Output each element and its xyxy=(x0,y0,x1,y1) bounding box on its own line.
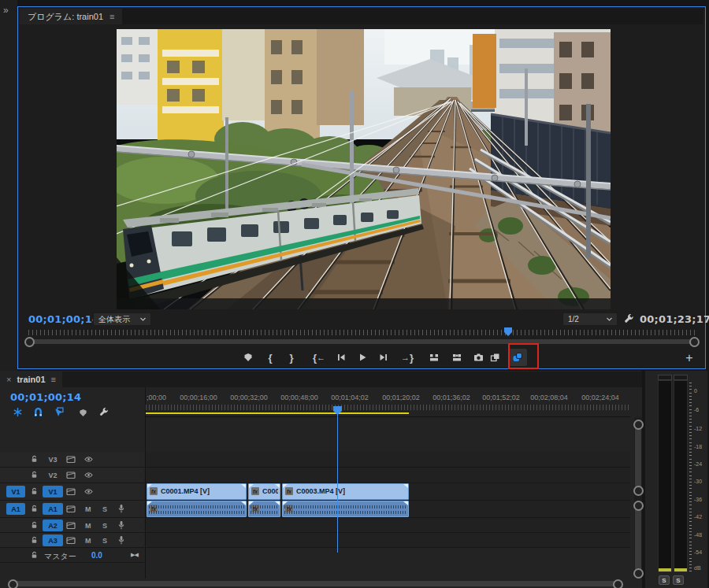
program-current-timecode[interactable]: 00;01;00;14 xyxy=(28,313,99,325)
clip-corner xyxy=(241,484,246,488)
track-target-a1[interactable]: A1 xyxy=(43,503,63,515)
panel-menu-icon[interactable]: ≡ xyxy=(110,12,114,21)
work-area-bar[interactable] xyxy=(146,412,409,414)
track-target-v1[interactable]: V1 xyxy=(43,486,63,497)
sync-lock-icon[interactable] xyxy=(66,505,76,513)
timeline-settings-button[interactable] xyxy=(96,405,110,418)
lock-icon[interactable] xyxy=(30,487,39,496)
track-lane-a2[interactable] xyxy=(146,518,630,533)
track-target-v2[interactable]: V2 xyxy=(43,469,63,481)
solo-button-a2[interactable]: S xyxy=(102,522,107,530)
goto-in-button[interactable]: {← xyxy=(310,349,329,366)
timeline-playhead-line[interactable] xyxy=(337,413,338,553)
sync-lock-icon[interactable] xyxy=(66,536,76,545)
playback-resolution-dropdown[interactable]: 1/2 xyxy=(562,312,618,326)
mute-button-a2[interactable]: M xyxy=(85,522,91,530)
meter-solo-left-button[interactable]: S xyxy=(659,575,670,585)
clip-c0002-video[interactable]: fx C000 xyxy=(248,483,280,500)
mic-icon[interactable] xyxy=(117,520,126,531)
sync-lock-icon[interactable] xyxy=(66,521,76,530)
collapse-tracks-icon[interactable]: ▶◀ xyxy=(131,552,138,558)
step-forward-icon xyxy=(379,353,388,362)
track-lane-a3[interactable] xyxy=(146,533,630,548)
panel-menu-icon[interactable]: ≡ xyxy=(51,375,56,384)
lock-icon[interactable] xyxy=(30,505,39,513)
panel-expand-chevrons-icon[interactable]: » xyxy=(3,5,9,16)
clip-c0001-video[interactable]: fx C0001.MP4 [V] xyxy=(147,483,247,500)
timeline-current-timecode[interactable]: 00;01;00;14 xyxy=(10,391,81,403)
linked-selection-toggle-button[interactable] xyxy=(51,405,65,418)
timeline-hscrollbar[interactable] xyxy=(13,581,616,586)
hscroll-handle-left[interactable] xyxy=(8,579,18,588)
track-lane-v2[interactable] xyxy=(146,468,630,483)
lift-button[interactable] xyxy=(425,349,444,366)
meter-solo-right-button[interactable]: S xyxy=(673,575,684,585)
solo-button-a3[interactable]: S xyxy=(102,537,107,545)
vscroll-handle[interactable] xyxy=(633,501,644,511)
mute-button-a3[interactable]: M xyxy=(85,537,91,545)
button-editor-add-button[interactable]: + xyxy=(681,349,698,367)
zoom-handle-left[interactable] xyxy=(24,337,35,347)
goto-out-button[interactable]: →} xyxy=(398,349,417,366)
step-forward-button[interactable] xyxy=(374,349,393,366)
clip-c0003-video[interactable]: fx C0003.MP4 [V] xyxy=(282,483,409,500)
source-patch-a1[interactable]: A1 xyxy=(6,503,25,515)
add-marker-button-timeline[interactable] xyxy=(76,406,90,419)
sync-lock-icon[interactable] xyxy=(66,471,76,479)
mic-icon[interactable] xyxy=(117,535,126,545)
premiere-pro-window: » プログラム: train01 ≡ xyxy=(0,0,709,588)
sync-lock-icon[interactable] xyxy=(66,487,76,496)
program-mini-ruler[interactable] xyxy=(28,330,696,335)
close-icon[interactable]: × xyxy=(6,375,11,384)
eye-icon[interactable] xyxy=(84,487,94,496)
track-target-v3[interactable]: V3 xyxy=(43,453,63,465)
video-scene xyxy=(117,29,611,309)
zoom-handle-right[interactable] xyxy=(689,337,700,347)
add-marker-button[interactable] xyxy=(239,349,258,366)
lock-icon[interactable] xyxy=(30,536,39,545)
clip-c0002-audio[interactable]: fx xyxy=(248,501,280,517)
solo-button-a1[interactable]: S xyxy=(102,505,107,513)
insert-nest-toggle-button[interactable] xyxy=(10,405,24,418)
play-button[interactable] xyxy=(353,349,372,366)
settings-wrench-button[interactable] xyxy=(623,313,634,324)
master-gain-value[interactable]: 0.0 xyxy=(91,551,102,560)
track-lane-v3[interactable] xyxy=(146,452,630,468)
lock-icon[interactable] xyxy=(30,551,39,560)
mic-icon[interactable] xyxy=(117,504,126,514)
track-target-a2[interactable]: A2 xyxy=(43,520,63,531)
vscroll-handle[interactable] xyxy=(633,486,644,496)
mute-button-a1[interactable]: M xyxy=(85,505,91,513)
fit-zoom-dropdown[interactable]: 全体表示 xyxy=(93,312,151,326)
mark-in-button[interactable]: { xyxy=(261,349,280,366)
timeline-vscrollbar-thumb-video[interactable] xyxy=(635,425,641,490)
comparison-view-button[interactable] xyxy=(485,349,504,366)
clip-c0003-audio[interactable]: fx xyxy=(282,501,409,517)
eye-icon[interactable] xyxy=(84,471,94,479)
eye-icon[interactable] xyxy=(84,455,94,464)
step-back-button[interactable] xyxy=(332,349,351,366)
lock-icon[interactable] xyxy=(30,521,39,530)
lock-icon[interactable] xyxy=(30,455,39,464)
vscroll-handle[interactable] xyxy=(633,568,644,579)
hscroll-handle-right[interactable] xyxy=(613,579,623,588)
timeline-ruler[interactable]: ;00;00 00;00;16;00 00;00;32;00 00;00;48;… xyxy=(146,390,630,415)
program-tab[interactable]: プログラム: train01 ≡ xyxy=(20,9,122,24)
waveform xyxy=(251,511,278,514)
mark-out-button[interactable]: } xyxy=(282,349,301,366)
extract-button[interactable] xyxy=(447,349,466,366)
track-header-v2: V2 xyxy=(0,468,144,483)
source-patch-v1[interactable]: V1 xyxy=(6,486,25,497)
track-target-a3[interactable]: A3 xyxy=(43,534,63,546)
lock-icon[interactable] xyxy=(30,471,39,479)
vscroll-handle[interactable] xyxy=(633,420,644,430)
timeline-tab-title: train01 xyxy=(17,375,45,384)
program-zoom-scrollbar[interactable] xyxy=(30,339,692,344)
ruler-label: 00;00;48;00 xyxy=(280,394,318,401)
snap-toggle-button[interactable] xyxy=(31,405,45,418)
timeline-vscrollbar-thumb-audio[interactable] xyxy=(635,506,641,572)
timeline-tab[interactable]: × train01 ≡ xyxy=(0,372,62,387)
clip-c0001-audio[interactable]: fx xyxy=(147,501,247,517)
sync-lock-icon[interactable] xyxy=(66,455,76,464)
meter-scale-label: -30 xyxy=(694,479,702,484)
